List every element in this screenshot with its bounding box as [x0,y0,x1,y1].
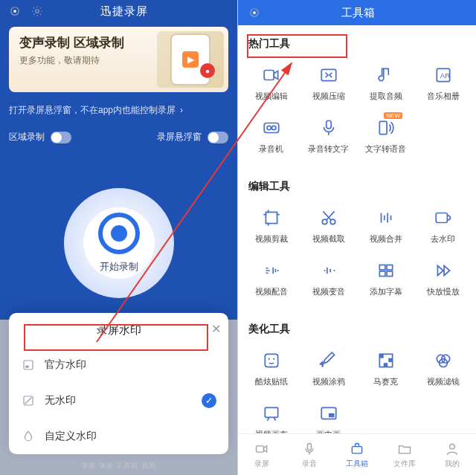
tab-toolbox[interactable]: 工具箱 [333,434,381,475]
tool-视频配音[interactable]: 视频配音 [242,253,300,303]
tool-icon [318,402,340,424]
tool-视频滤镜[interactable]: 视频滤镜 [414,343,472,393]
float-hint[interactable]: 打开录屏悬浮窗，不在app内也能控制录屏 › [9,101,228,119]
tool-音乐相册[interactable]: AR音乐相册 [414,58,472,108]
tool-icon [260,259,283,282]
svg-rect-9 [264,71,274,80]
tool-label: 视频编辑 [255,91,288,102]
toggle-float[interactable]: 录屏悬浮窗 [157,131,228,143]
tool-label: 视频剪裁 [255,233,288,245]
tool-icon [375,117,397,139]
tab-label: 录音 [302,459,317,469]
title-bar: 迅捷录屏 [0,0,237,22]
tool-icon [260,64,283,86]
tool-视频压缩[interactable]: 视频压缩 [300,58,357,108]
svg-line-6 [25,398,32,404]
tool-视频涂鸦[interactable]: 视频涂鸦 [300,343,357,393]
svg-rect-4 [25,366,29,368]
svg-point-42 [450,444,455,449]
record-button[interactable]: 开始录制 [64,188,174,298]
svg-point-2 [36,10,39,13]
tool-icon [260,349,283,372]
tool-录音机[interactable]: 录音机 [242,111,300,161]
svg-rect-22 [379,265,385,270]
app-title: 迅捷录屏 [52,4,196,19]
checkmark-icon: ✓ [202,393,216,408]
svg-point-27 [268,358,269,360]
toggle-area-label: 区域录制 [9,131,45,143]
chevron-right-icon: › [180,105,183,115]
tool-录音转文字[interactable]: 录音转文字 [300,111,357,161]
tab-audio[interactable]: 录音 [286,434,333,475]
tool-icon [375,207,397,229]
promo-card[interactable]: 变声录制 区域录制 更多功能，敬请期待 ▶ ● [9,27,228,92]
close-icon[interactable]: ✕ [211,322,221,336]
tool-视频合并[interactable]: 视频合并 [357,201,414,251]
switch-icon[interactable] [51,132,71,143]
svg-rect-23 [387,265,393,270]
tab-label: 我的 [445,459,460,469]
sheet-header: 录屏水印 ✕ [9,313,228,347]
svg-rect-32 [383,363,387,366]
tool-icon: AR [432,64,454,86]
tab-record[interactable]: 录屏 [238,434,286,475]
tool-添加字幕[interactable]: 添加字幕 [357,253,414,303]
record-ring-icon [98,213,140,254]
hint-text: 打开录屏悬浮窗，不在app内也能控制录屏 [9,104,176,117]
svg-point-8 [253,11,256,14]
svg-rect-38 [329,413,335,417]
grid-edit: 视频剪裁视频截取视频合并去水印视频配音视频变音添加字幕快放慢放 [238,198,476,311]
svg-rect-18 [266,212,277,223]
tool-视频编辑[interactable]: 视频编辑 [242,58,300,108]
option-none[interactable]: 无水印 ✓ [9,383,228,419]
tab-files[interactable]: 文件库 [381,434,428,475]
tool-视频截取[interactable]: 视频截取 [300,201,357,251]
header-title: 工具箱 [269,6,446,20]
option-none-label: 无水印 [45,394,76,407]
toggle-row: 区域录制 录屏悬浮窗 [9,131,228,143]
option-official[interactable]: 官方水印 [9,347,228,383]
tool-label: 快放慢放 [427,286,460,297]
tool-文字转语音[interactable]: NEW文字转语音 [357,111,414,161]
svg-point-28 [273,358,274,360]
tool-icon [260,402,283,424]
tool-label: 酷炫贴纸 [255,376,288,387]
section-edit: 编辑工具 [238,168,476,198]
svg-text:AR: AR [440,71,450,80]
tool-提取音频[interactable]: 提取音频 [357,58,414,108]
settings-icon[interactable] [30,4,45,19]
svg-rect-41 [352,446,361,453]
tab-me[interactable]: 我的 [428,434,476,475]
tool-label: 视频截取 [312,233,345,245]
svg-rect-39 [257,445,264,451]
phone-left: 迅捷录屏 变声录制 区域录制 更多功能，敬请期待 ▶ ● 打开录屏悬浮窗，不在a… [0,0,238,475]
tool-视频变音[interactable]: 视频变音 [300,253,357,303]
tool-label: 去水印 [431,233,455,245]
svg-rect-3 [24,361,33,369]
switch-icon[interactable] [208,132,228,143]
toggle-area[interactable]: 区域录制 [9,131,71,143]
record-zone: 开始录制 [0,188,237,298]
toggle-float-label: 录屏悬浮窗 [157,131,202,143]
tool-label: 视频合并 [370,233,402,245]
phone-right: 工具箱 热门工具 视频编辑视频压缩提取音频AR音乐相册录音机录音转文字NEW文字… [238,0,476,475]
tool-label: 视频滤镜 [427,376,460,387]
tool-酷炫贴纸[interactable]: 酷炫贴纸 [242,343,300,393]
watermark-sheet: 录屏水印 ✕ 官方水印 无水印 ✓ 自定义水印 [9,313,228,454]
header: 工具箱 [238,0,476,25]
tool-icon [432,259,454,282]
tool-快放慢放[interactable]: 快放慢放 [414,253,472,303]
new-badge: NEW [384,112,402,119]
tool-icon [318,259,340,282]
tool-马赛克[interactable]: 马赛克 [357,343,414,393]
tool-去水印[interactable]: 去水印 [414,201,472,251]
tool-icon [260,207,283,229]
tool-icon [432,349,454,372]
tab-label: 工具箱 [346,459,368,469]
tool-视频剪裁[interactable]: 视频剪裁 [242,201,300,251]
tool-icon [375,349,397,372]
tool-label: 视频变音 [312,286,345,297]
svg-rect-36 [265,407,277,417]
option-custom[interactable]: 自定义水印 [9,419,228,454]
tab-label: 录屏 [254,459,269,469]
